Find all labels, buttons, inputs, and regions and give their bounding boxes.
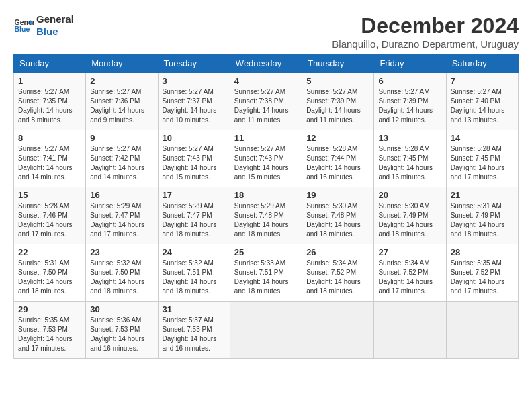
calendar-week-2: 8 Sunrise: 5:27 AMSunset: 7:41 PMDayligh… <box>14 130 519 187</box>
calendar-cell: 7 Sunrise: 5:27 AMSunset: 7:40 PMDayligh… <box>446 73 518 130</box>
day-number: 3 <box>163 76 226 86</box>
day-info: Sunrise: 5:27 AMSunset: 7:42 PMDaylight:… <box>90 144 153 182</box>
calendar-cell: 10 Sunrise: 5:27 AMSunset: 7:43 PMDaylig… <box>158 130 230 187</box>
day-number: 31 <box>163 304 226 314</box>
calendar-cell: 20 Sunrise: 5:30 AMSunset: 7:49 PMDaylig… <box>374 187 446 244</box>
calendar-week-3: 15 Sunrise: 5:28 AMSunset: 7:46 PMDaylig… <box>14 187 519 244</box>
calendar-cell: 12 Sunrise: 5:28 AMSunset: 7:44 PMDaylig… <box>302 130 374 187</box>
calendar-cell: 22 Sunrise: 5:31 AMSunset: 7:50 PMDaylig… <box>14 244 86 302</box>
day-header-monday: Monday <box>86 54 158 73</box>
calendar-cell: 17 Sunrise: 5:29 AMSunset: 7:47 PMDaylig… <box>158 187 230 244</box>
location-title: Blanquillo, Durazno Department, Uruguay <box>332 38 519 50</box>
day-info: Sunrise: 5:29 AMSunset: 7:47 PMDaylight:… <box>163 201 226 239</box>
day-number: 29 <box>18 304 81 314</box>
day-info: Sunrise: 5:28 AMSunset: 7:46 PMDaylight:… <box>18 201 81 239</box>
day-info: Sunrise: 5:27 AMSunset: 7:35 PMDaylight:… <box>18 87 81 125</box>
calendar-cell: 28 Sunrise: 5:35 AMSunset: 7:52 PMDaylig… <box>446 244 518 302</box>
day-info: Sunrise: 5:28 AMSunset: 7:44 PMDaylight:… <box>306 144 369 182</box>
day-info: Sunrise: 5:29 AMSunset: 7:47 PMDaylight:… <box>90 201 153 239</box>
title-section: December 2024 Blanquillo, Durazno Depart… <box>332 13 519 50</box>
calendar-week-1: 1 Sunrise: 5:27 AMSunset: 7:35 PMDayligh… <box>14 73 519 130</box>
day-info: Sunrise: 5:32 AMSunset: 7:50 PMDaylight:… <box>90 259 153 296</box>
day-number: 14 <box>451 133 514 143</box>
day-number: 8 <box>18 133 81 143</box>
day-info: Sunrise: 5:29 AMSunset: 7:48 PMDaylight:… <box>234 201 298 239</box>
day-info: Sunrise: 5:34 AMSunset: 7:52 PMDaylight:… <box>378 259 441 296</box>
calendar-cell: 11 Sunrise: 5:27 AMSunset: 7:43 PMDaylig… <box>230 130 302 187</box>
day-number: 5 <box>306 76 369 86</box>
calendar-cell: 24 Sunrise: 5:32 AMSunset: 7:51 PMDaylig… <box>158 244 230 302</box>
day-header-wednesday: Wednesday <box>230 54 302 73</box>
calendar-body: 1 Sunrise: 5:27 AMSunset: 7:35 PMDayligh… <box>14 73 519 359</box>
day-info: Sunrise: 5:33 AMSunset: 7:51 PMDaylight:… <box>234 259 298 296</box>
calendar-cell: 8 Sunrise: 5:27 AMSunset: 7:41 PMDayligh… <box>14 130 86 187</box>
day-number: 22 <box>18 247 81 257</box>
day-info: Sunrise: 5:35 AMSunset: 7:53 PMDaylight:… <box>18 316 81 353</box>
day-number: 18 <box>234 190 298 200</box>
day-number: 2 <box>90 76 153 86</box>
calendar-cell: 14 Sunrise: 5:28 AMSunset: 7:45 PMDaylig… <box>446 130 518 187</box>
day-info: Sunrise: 5:27 AMSunset: 7:43 PMDaylight:… <box>234 144 298 182</box>
calendar-week-5: 29 Sunrise: 5:35 AMSunset: 7:53 PMDaylig… <box>14 302 519 359</box>
calendar-cell: 16 Sunrise: 5:29 AMSunset: 7:47 PMDaylig… <box>86 187 158 244</box>
calendar-cell: 18 Sunrise: 5:29 AMSunset: 7:48 PMDaylig… <box>230 187 302 244</box>
day-header-saturday: Saturday <box>446 54 518 73</box>
calendar-cell: 27 Sunrise: 5:34 AMSunset: 7:52 PMDaylig… <box>374 244 446 302</box>
day-info: Sunrise: 5:34 AMSunset: 7:52 PMDaylight:… <box>306 259 369 296</box>
day-info: Sunrise: 5:30 AMSunset: 7:48 PMDaylight:… <box>306 201 369 239</box>
day-info: Sunrise: 5:27 AMSunset: 7:37 PMDaylight:… <box>163 87 226 125</box>
calendar-cell: 29 Sunrise: 5:35 AMSunset: 7:53 PMDaylig… <box>14 302 86 359</box>
day-number: 7 <box>451 76 514 86</box>
calendar-week-4: 22 Sunrise: 5:31 AMSunset: 7:50 PMDaylig… <box>14 244 519 302</box>
day-info: Sunrise: 5:27 AMSunset: 7:39 PMDaylight:… <box>378 87 441 125</box>
day-info: Sunrise: 5:32 AMSunset: 7:51 PMDaylight:… <box>163 259 226 296</box>
day-number: 10 <box>163 133 226 143</box>
page-header: General Blue General Blue December 2024 … <box>13 13 519 50</box>
day-info: Sunrise: 5:27 AMSunset: 7:40 PMDaylight:… <box>451 87 514 125</box>
day-header-friday: Friday <box>374 54 446 73</box>
day-header-sunday: Sunday <box>14 54 86 73</box>
day-info: Sunrise: 5:27 AMSunset: 7:38 PMDaylight:… <box>234 87 298 125</box>
day-number: 25 <box>234 247 298 257</box>
day-info: Sunrise: 5:27 AMSunset: 7:43 PMDaylight:… <box>163 144 226 182</box>
day-info: Sunrise: 5:37 AMSunset: 7:53 PMDaylight:… <box>163 316 226 353</box>
calendar-cell <box>374 302 446 359</box>
day-header-tuesday: Tuesday <box>158 54 230 73</box>
day-number: 11 <box>234 133 298 143</box>
calendar-cell <box>230 302 302 359</box>
day-number: 28 <box>451 247 514 257</box>
day-number: 13 <box>378 133 441 143</box>
day-info: Sunrise: 5:36 AMSunset: 7:53 PMDaylight:… <box>90 316 153 353</box>
calendar-header: SundayMondayTuesdayWednesdayThursdayFrid… <box>14 54 519 73</box>
day-number: 15 <box>18 190 81 200</box>
calendar-table: SundayMondayTuesdayWednesdayThursdayFrid… <box>13 54 519 359</box>
calendar-cell: 30 Sunrise: 5:36 AMSunset: 7:53 PMDaylig… <box>86 302 158 359</box>
day-info: Sunrise: 5:31 AMSunset: 7:50 PMDaylight:… <box>18 259 81 296</box>
day-number: 19 <box>306 190 369 200</box>
calendar-cell <box>302 302 374 359</box>
calendar-cell: 15 Sunrise: 5:28 AMSunset: 7:46 PMDaylig… <box>14 187 86 244</box>
calendar-cell: 4 Sunrise: 5:27 AMSunset: 7:38 PMDayligh… <box>230 73 302 130</box>
day-number: 16 <box>90 190 153 200</box>
day-header-thursday: Thursday <box>302 54 374 73</box>
day-number: 9 <box>90 133 153 143</box>
calendar-cell: 21 Sunrise: 5:31 AMSunset: 7:49 PMDaylig… <box>446 187 518 244</box>
calendar-cell: 31 Sunrise: 5:37 AMSunset: 7:53 PMDaylig… <box>158 302 230 359</box>
day-number: 27 <box>378 247 441 257</box>
day-number: 12 <box>306 133 369 143</box>
day-number: 21 <box>451 190 514 200</box>
day-number: 23 <box>90 247 153 257</box>
day-number: 4 <box>234 76 298 86</box>
svg-text:Blue: Blue <box>15 25 30 33</box>
day-info: Sunrise: 5:27 AMSunset: 7:36 PMDaylight:… <box>90 87 153 125</box>
day-number: 26 <box>306 247 369 257</box>
calendar-cell: 1 Sunrise: 5:27 AMSunset: 7:35 PMDayligh… <box>14 73 86 130</box>
day-info: Sunrise: 5:31 AMSunset: 7:49 PMDaylight:… <box>451 201 514 239</box>
day-number: 1 <box>18 76 81 86</box>
day-info: Sunrise: 5:27 AMSunset: 7:41 PMDaylight:… <box>18 144 81 182</box>
calendar-cell: 19 Sunrise: 5:30 AMSunset: 7:48 PMDaylig… <box>302 187 374 244</box>
calendar-cell: 9 Sunrise: 5:27 AMSunset: 7:42 PMDayligh… <box>86 130 158 187</box>
day-info: Sunrise: 5:30 AMSunset: 7:49 PMDaylight:… <box>378 201 441 239</box>
calendar-cell: 5 Sunrise: 5:27 AMSunset: 7:39 PMDayligh… <box>302 73 374 130</box>
month-title: December 2024 <box>332 13 519 38</box>
